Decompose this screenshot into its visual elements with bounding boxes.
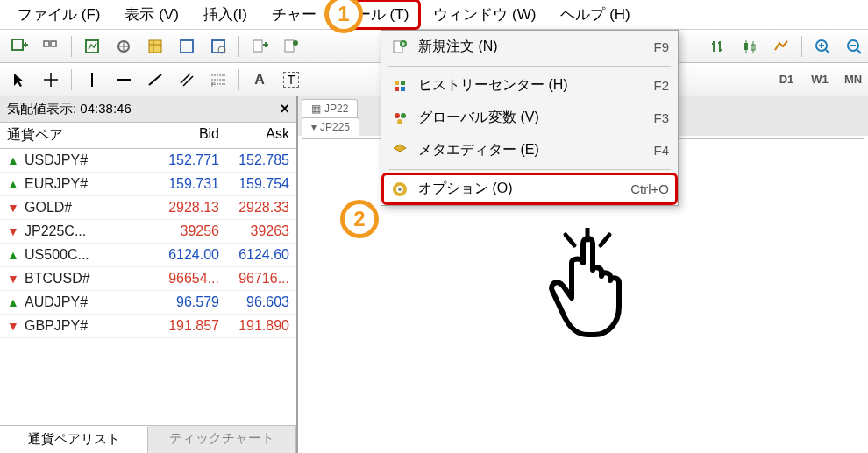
menu-help[interactable]: ヘルプ (H)	[548, 0, 642, 30]
col-symbol: 通貨ペア	[7, 126, 149, 145]
ask-price: 191.890	[219, 318, 289, 334]
ask-price: 6124.60	[219, 247, 289, 263]
separator	[388, 169, 671, 170]
zoom-in-btn[interactable]	[808, 33, 836, 60]
zoom-out-btn[interactable]	[840, 33, 868, 60]
symbol-name: US500C...	[25, 247, 149, 263]
market-watch-header: 通貨ペア Bid Ask	[0, 123, 296, 149]
arrow-up-icon: ▲	[7, 248, 25, 262]
timeframe-w1[interactable]: W1	[805, 67, 835, 93]
separator	[238, 36, 239, 57]
symbol-name: USDJPY#	[25, 152, 149, 168]
separator	[388, 66, 671, 67]
table-row[interactable]: ▼JP225C...3925639263	[0, 220, 296, 244]
arrow-down-icon: ▼	[7, 224, 25, 238]
chart-tab-2[interactable]: ▾JP225	[302, 117, 359, 136]
symbol-name: BTCUSD#	[25, 271, 149, 287]
cursor-btn[interactable]	[5, 67, 33, 93]
arrow-up-icon: ▲	[7, 153, 25, 167]
bid-price: 6124.00	[149, 247, 219, 263]
bid-price: 191.857	[149, 318, 219, 334]
vline-btn[interactable]	[78, 67, 106, 93]
menu-window[interactable]: ウィンドウ (W)	[421, 0, 548, 30]
text-tool[interactable]: A	[245, 67, 274, 93]
svg-point-23	[395, 113, 400, 118]
table-row[interactable]: ▲US500C...6124.006124.60	[0, 244, 296, 267]
separator	[801, 36, 802, 57]
menu-file[interactable]: ファイル (F)	[5, 0, 112, 30]
menu-label: メタエディター (E)	[418, 141, 644, 159]
symbol-name: GBPJPY#	[25, 318, 149, 334]
menu-options[interactable]: オプション (O) Ctrl+O	[381, 173, 678, 205]
table-row[interactable]: ▲EURJPY#159.731159.754	[0, 173, 296, 196]
menubar: ファイル (F) 表示 (V) 挿入(I) チャー ツール (T) ウィンドウ …	[0, 0, 868, 30]
table-row[interactable]: ▲USDJPY#152.771152.785	[0, 149, 296, 173]
metaeditor-btn[interactable]	[277, 33, 305, 60]
mw-time: 04:38:46	[80, 101, 131, 116]
market-watch-title: 気配値表示: 04:38:46 ×	[0, 96, 296, 123]
chart-icon: ▦	[311, 103, 321, 115]
globals-icon	[390, 110, 409, 126]
menu-chart[interactable]: チャー	[260, 0, 329, 30]
bid-price: 159.731	[149, 176, 219, 192]
menu-shortcut: F9	[653, 39, 669, 54]
tools-dropdown: 新規注文 (N) F9 ヒストリーセンター (H) F2 グローバル変数 (V)…	[381, 30, 679, 206]
ask-price: 152.785	[219, 152, 289, 168]
table-row[interactable]: ▲AUDJPY#96.57996.603	[0, 291, 296, 315]
menu-shortcut: F4	[653, 143, 669, 158]
strategy-tester-btn[interactable]	[204, 33, 232, 60]
menu-label: 新規注文 (N)	[418, 38, 644, 56]
candle-chart-btn[interactable]	[736, 33, 764, 60]
market-watch-btn[interactable]	[78, 33, 106, 60]
metaeditor-icon	[390, 143, 409, 159]
close-icon[interactable]: ×	[280, 100, 289, 118]
mw-title-prefix: 気配値表示:	[7, 101, 80, 116]
tab-symbols[interactable]: 通貨ペアリスト	[0, 427, 148, 453]
bid-price: 96654...	[149, 271, 219, 287]
timeframe-d1[interactable]: D1	[772, 67, 801, 93]
hline-btn[interactable]	[110, 67, 138, 93]
crosshair-btn[interactable]	[37, 67, 65, 93]
svg-text:F: F	[211, 81, 215, 87]
bid-price: 39256	[149, 223, 219, 239]
navigator-btn[interactable]	[141, 33, 169, 60]
table-row[interactable]: ▼BTCUSD#96654...96716...	[0, 267, 296, 291]
menu-insert[interactable]: 挿入(I)	[191, 0, 260, 30]
bar-chart-btn[interactable]	[704, 33, 732, 60]
svg-rect-6	[181, 40, 193, 53]
col-ask: Ask	[219, 126, 289, 145]
chart-tab-1[interactable]: ▦JP22	[302, 99, 358, 117]
arrow-up-icon: ▲	[7, 177, 25, 191]
svg-point-11	[293, 40, 298, 46]
svg-point-25	[397, 119, 402, 124]
trendline-btn[interactable]	[141, 67, 169, 93]
terminal-btn[interactable]	[173, 33, 201, 60]
ask-price: 2928.33	[219, 200, 289, 216]
svg-rect-0	[12, 39, 23, 50]
profile-btn[interactable]	[37, 33, 65, 60]
new-order-btn[interactable]	[245, 33, 274, 60]
line-chart-btn[interactable]	[767, 33, 795, 60]
options-icon	[390, 181, 409, 197]
tab-ticks[interactable]: ティックチャート	[148, 426, 296, 453]
menu-history[interactable]: ヒストリーセンター (H) F2	[381, 69, 678, 102]
menu-metaeditor[interactable]: メタエディター (E) F4	[381, 134, 678, 166]
table-row[interactable]: ▼GBPJPY#191.857191.890	[0, 315, 296, 338]
new-chart-btn[interactable]	[5, 33, 33, 60]
table-row[interactable]: ▼GOLD#2928.132928.33	[0, 196, 296, 220]
menu-label: ヒストリーセンター (H)	[418, 76, 644, 95]
menu-global-vars[interactable]: グローバル変数 (V) F3	[381, 102, 678, 134]
symbol-name: AUDJPY#	[25, 294, 149, 310]
arrow-down-icon: ▼	[7, 319, 25, 333]
separator	[71, 36, 72, 57]
text-label-tool[interactable]: T	[277, 67, 305, 93]
timeframe-mn[interactable]: MN	[838, 67, 868, 93]
data-window-btn[interactable]	[110, 33, 138, 60]
svg-rect-22	[401, 87, 405, 91]
fibo-btn[interactable]: F	[204, 67, 232, 93]
equidistant-btn[interactable]	[173, 67, 201, 93]
ask-price: 96716...	[219, 271, 289, 287]
menu-new-order[interactable]: 新規注文 (N) F9	[381, 31, 678, 63]
menu-view[interactable]: 表示 (V)	[112, 0, 190, 30]
menu-shortcut: Ctrl+O	[630, 181, 669, 196]
